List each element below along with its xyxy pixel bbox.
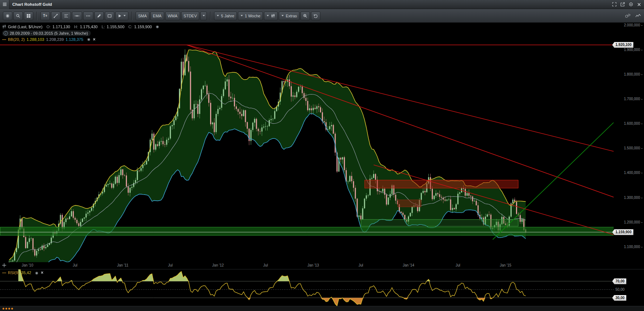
y-axis-label: 1.400,000 (624, 171, 643, 175)
date-range-pill: i 28.09.2009 - 09.03.2015 (5 Jahre, 1 Wo… (2, 30, 91, 36)
close-icon (637, 3, 641, 7)
y-axis[interactable]: 2.000,0001.900,0001.800,0001.700,0001.60… (614, 23, 644, 262)
bb-lower-value: 1.128,375 (65, 37, 83, 42)
rsi-chart-canvas[interactable] (0, 269, 614, 306)
scrollbar-dot[interactable] (3, 308, 4, 310)
grid-tool-button[interactable] (24, 12, 33, 20)
x-axis-label: Jan '10 (18, 263, 37, 267)
x-axis-label: Jan '12 (209, 263, 227, 267)
zoom-tool-button[interactable] (13, 12, 23, 20)
window-actions (612, 2, 644, 7)
stdev-label: STDEV (184, 14, 197, 18)
candlestick-icon (2, 25, 6, 29)
fullscreen-icon (612, 2, 617, 7)
levels-tool-button[interactable] (61, 12, 71, 20)
info-icon: i (4, 31, 8, 35)
wma-label: WMA (168, 14, 178, 18)
ohlc-value: 1.175,430 (80, 24, 98, 30)
x-axis-label: Jan '11 (114, 263, 132, 267)
chart-type-dropdown-button[interactable] (264, 12, 278, 20)
eye-icon[interactable]: ◉ (87, 37, 90, 42)
rectangle-tool-button[interactable] (105, 12, 114, 20)
caret-down-icon (202, 15, 205, 17)
undo-button[interactable] (311, 12, 320, 20)
pencil-tool-button[interactable] (94, 12, 104, 20)
ohlc-label: O: (46, 24, 51, 30)
y-axis-label: 2.000,000 (624, 23, 643, 27)
menu-button[interactable] (0, 0, 9, 9)
interval-dropdown-button[interactable]: 1 Woche (238, 12, 263, 20)
y-axis-label: 1.900,000 (624, 48, 643, 52)
y-axis-label: 1.100,000 (624, 245, 643, 249)
pan-crosshair-icon[interactable] (2, 263, 6, 267)
eye-icon[interactable]: ◉ (35, 271, 38, 275)
hamburger-icon (3, 2, 7, 7)
line-chart-icon (635, 14, 641, 18)
eye-icon[interactable]: ◉ (156, 24, 159, 30)
range-dropdown-button[interactable]: 5 Jahre (214, 12, 237, 20)
zoom-in-icon (303, 14, 307, 18)
scrollbar-dot[interactable] (11, 308, 13, 310)
bb-line-icon: — (2, 37, 6, 42)
horizontal-line-tool-button[interactable] (72, 12, 82, 20)
indicator-dropdown-button[interactable] (200, 12, 207, 20)
titlebar: Chart Rohstoff Gold (0, 0, 644, 9)
remove-indicator-button[interactable]: × (93, 37, 95, 42)
scrollbar-dot[interactable] (8, 308, 10, 310)
burst-icon (5, 14, 10, 18)
trendline-tool-button[interactable] (51, 12, 60, 20)
stdev-button[interactable]: STDEV (181, 12, 200, 20)
ohlc-value: 1.171,130 (52, 24, 70, 30)
chart-toolbar: T+ (0, 9, 644, 23)
rsi-tag-high: 70,00 (612, 278, 626, 284)
chart-scrollbar[interactable] (0, 306, 644, 311)
toolbar-separator (210, 12, 211, 20)
trendline-tool-icon (54, 14, 58, 18)
interval-label: 1 Woche (245, 14, 260, 18)
zoom-in-button[interactable] (300, 12, 310, 20)
wma-button[interactable]: WMA (165, 12, 180, 20)
y-axis-label: 1.500,000 (624, 146, 643, 150)
y-axis-label: 1.600,000 (624, 122, 643, 125)
pencil-tool-icon (97, 14, 101, 18)
chart-area: 2.000,0001.900,0001.800,0001.700,0001.60… (0, 23, 644, 311)
export-button[interactable] (620, 2, 625, 7)
x-axis-label: Jan '13 (304, 263, 322, 267)
caret-down-icon (217, 15, 219, 17)
rsi-legend-row: — RSI(9) 35,42 ◉ × (2, 270, 43, 275)
window-title: Chart Rohstoff Gold (12, 2, 52, 7)
scrollbar-dot[interactable] (5, 308, 7, 310)
toolbar-separator (37, 12, 37, 20)
fullscreen-button[interactable] (612, 2, 617, 7)
pointer-tool-button[interactable] (115, 12, 128, 20)
text-tool-button[interactable]: T+ (40, 12, 50, 20)
sma-label: SMA (138, 14, 147, 18)
remove-indicator-button[interactable]: × (41, 270, 43, 275)
price-chart-canvas[interactable] (0, 23, 614, 262)
grid-icon (26, 14, 31, 18)
widget-settings-button[interactable] (625, 13, 631, 18)
sma-button[interactable]: SMA (136, 12, 149, 20)
price-tag-resistance: 1.920,100 (612, 42, 634, 48)
burst-tool-button[interactable] (3, 12, 12, 20)
rsi-tag-mid: 50,00 (615, 287, 624, 291)
zoom-group (300, 12, 320, 20)
extras-dropdown-button[interactable]: Extras (279, 12, 299, 20)
ema-label: EMA (153, 14, 162, 18)
settings-button[interactable] (629, 2, 633, 7)
widget-settings-group (625, 13, 641, 18)
x-axis-label: Jul (161, 263, 179, 267)
bb-middle-value: 1.208,239 (46, 37, 64, 42)
price-pane: 2.000,0001.900,0001.800,0001.700,0001.60… (0, 23, 644, 262)
ema-button[interactable]: EMA (150, 12, 164, 20)
horizontal-line-tool-icon (74, 14, 80, 18)
bb-legend-row: — BB(20, 2) 1.288,103 1.208,239 1.128,37… (2, 37, 159, 42)
close-button[interactable] (637, 3, 641, 7)
x-axis-label: Jan '15 (496, 263, 515, 267)
y-axis-label: 1.800,000 (624, 72, 643, 76)
x-axis[interactable]: Jan '10JulJan '11JulJan '12JulJan '13Jul… (0, 262, 644, 269)
bb-name: BB(20, 2) (8, 37, 25, 42)
more-tools-button[interactable] (83, 12, 93, 20)
chart-style-button[interactable] (635, 14, 641, 18)
x-axis-label: Jan '14 (400, 263, 418, 267)
